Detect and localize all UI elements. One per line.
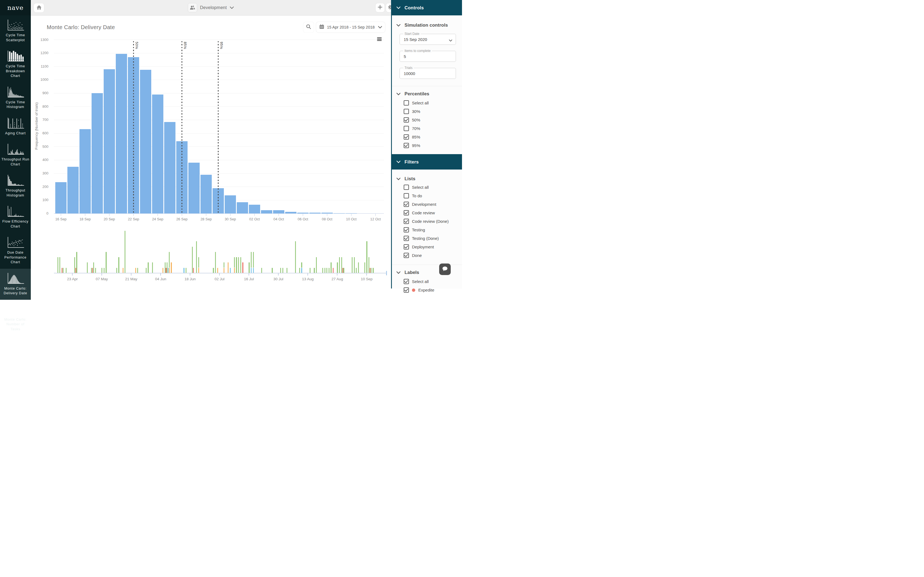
- simulation-controls-section-header[interactable]: Simulation controls: [392, 23, 462, 28]
- sidebar-item-throughput-run-chart[interactable]: Throughput Run Chart: [0, 140, 31, 171]
- brush-end-handle[interactable]: [386, 271, 387, 275]
- histogram-bar-23-sep[interactable]: [140, 70, 151, 213]
- checkbox-checked[interactable]: [404, 279, 409, 284]
- search-button[interactable]: [303, 22, 314, 32]
- histogram-bar-18-sep[interactable]: [79, 129, 91, 213]
- sidebar-item-cycle-time-histogram[interactable]: Cycle Time Histogram: [0, 82, 31, 113]
- expedite-option[interactable]: Expedite: [392, 286, 462, 288]
- controls-header[interactable]: Controls: [392, 0, 462, 15]
- checkbox[interactable]: [404, 126, 409, 131]
- histogram-bar-30-sep[interactable]: [225, 195, 236, 213]
- x-axis-tick: [61, 214, 61, 216]
- select-all-option[interactable]: Select all: [392, 98, 462, 107]
- percentile-line-95: [218, 41, 219, 213]
- filters-header[interactable]: Filters: [392, 154, 462, 169]
- checkbox-checked[interactable]: [404, 227, 409, 232]
- checkbox[interactable]: [404, 193, 409, 198]
- labels-section-header[interactable]: Labels: [392, 270, 462, 275]
- checkbox-checked[interactable]: [404, 117, 409, 122]
- histogram-bar-25-sep[interactable]: [164, 122, 176, 213]
- chat-bubble-icon: [442, 266, 448, 273]
- 95-option[interactable]: 95%: [392, 141, 462, 150]
- option-label: Testing: [412, 227, 425, 232]
- x-axis-tick: [254, 214, 255, 216]
- option-label: Deployment: [412, 245, 434, 249]
- gridline: [54, 133, 384, 134]
- histogram-bar-28-sep[interactable]: [200, 175, 212, 213]
- checkbox-checked[interactable]: [404, 219, 409, 224]
- histogram-bar-16-sep[interactable]: [55, 182, 66, 213]
- checkbox-checked[interactable]: [404, 287, 409, 288]
- start-date-field[interactable]: Start Date15 Sep 2020: [400, 34, 456, 45]
- sidebar-item-throughput-histogram[interactable]: Throughput Histogram: [0, 171, 31, 201]
- deployment-option[interactable]: Deployment: [392, 243, 462, 251]
- brush-tick: [366, 273, 367, 276]
- histogram-bar-19-sep[interactable]: [92, 93, 103, 213]
- checkbox-checked[interactable]: [404, 244, 409, 250]
- histogram-bar-20-sep[interactable]: [104, 69, 115, 213]
- items-to-complete-field[interactable]: Items to complete5: [400, 51, 456, 62]
- sidebar-item-cycle-time-breakdown-chart[interactable]: Cycle Time Breakdown Chart: [0, 47, 31, 82]
- histogram-bar-17-sep[interactable]: [67, 167, 79, 213]
- histogram-bar-01-oct[interactable]: [237, 202, 248, 213]
- checkbox[interactable]: [404, 100, 409, 105]
- done-option[interactable]: Done: [392, 251, 462, 259]
- checkbox-checked[interactable]: [404, 201, 409, 207]
- histogram-bar-24-sep[interactable]: [152, 95, 163, 213]
- testing-done-option[interactable]: Testing (Done): [392, 234, 462, 243]
- field-label: Start Date: [403, 32, 421, 36]
- add-button[interactable]: [376, 3, 384, 12]
- select-all-option[interactable]: Select all: [392, 183, 462, 192]
- percentiles-section-header[interactable]: Percentiles: [392, 91, 462, 97]
- sidebar-item-due-date-performance-chart[interactable]: Due Date Performance Chart: [0, 233, 31, 269]
- chart-menu-icon[interactable]: [377, 37, 382, 41]
- histogram-bar-04-oct[interactable]: [273, 210, 284, 213]
- development-option[interactable]: Development: [392, 200, 462, 208]
- checkbox[interactable]: [404, 109, 409, 114]
- percentile-line-50: [133, 41, 134, 213]
- code-review-option[interactable]: Code review: [392, 208, 462, 217]
- date-range-picker[interactable]: 15 Apr 2018 - 15 Sep 2018: [316, 22, 385, 32]
- sidebar-item-cycle-time-scatterplot[interactable]: Cycle Time Scatterplot: [0, 15, 31, 47]
- checkbox-checked[interactable]: [404, 210, 409, 215]
- nave-logo[interactable]: nave: [0, 0, 31, 15]
- histogram-bar-03-oct[interactable]: [261, 210, 272, 213]
- 50-option[interactable]: 50%: [392, 116, 462, 124]
- checkbox-checked[interactable]: [404, 134, 409, 140]
- testing-option[interactable]: Testing: [392, 226, 462, 234]
- histogram-bar-06-oct[interactable]: [297, 213, 309, 213]
- sidebar-item-flow-efficiency-chart[interactable]: Flow Efficiency Chart: [0, 201, 31, 233]
- sidebar-item-label: Flow Efficiency Chart: [1, 219, 30, 229]
- histogram-bar-07-oct[interactable]: [309, 213, 321, 213]
- 30-option[interactable]: 30%: [392, 107, 462, 116]
- checkbox-checked[interactable]: [404, 253, 409, 258]
- brush-bar: [102, 268, 102, 273]
- histogram-bar-21-sep[interactable]: [116, 54, 127, 213]
- histogram-bar-08-oct[interactable]: [321, 213, 333, 213]
- sidebar-item-aging-chart[interactable]: Aging Chart: [0, 113, 31, 140]
- brush-bar: [339, 257, 340, 273]
- select-all-option[interactable]: Select all: [392, 277, 462, 286]
- checkbox-checked[interactable]: [404, 143, 409, 148]
- trials-field[interactable]: Trials10000: [400, 68, 456, 79]
- histogram-bar-27-sep[interactable]: [188, 163, 200, 213]
- sidebar-item-monte-carlo-delivery-date[interactable]: Monte Carlo: Delivery Date: [0, 269, 31, 289]
- lists-section-header[interactable]: Lists: [392, 176, 462, 181]
- to-do-option[interactable]: To do: [392, 192, 462, 200]
- code-review-done-option[interactable]: Code review (Done): [392, 217, 462, 226]
- 85-option[interactable]: 85%: [392, 133, 462, 141]
- brush-bar: [371, 268, 372, 273]
- sidebar-chart-list: Cycle Time ScatterplotCycle Time Breakdo…: [0, 15, 31, 288]
- histogram-bar-05-oct[interactable]: [285, 212, 296, 213]
- checkbox-checked[interactable]: [404, 236, 409, 241]
- brush-bar: [341, 257, 342, 273]
- 70-option[interactable]: 70%: [392, 124, 462, 133]
- x-axis-tick-label: 04 Oct: [269, 217, 289, 221]
- brush-bar: [168, 268, 169, 273]
- board-selector[interactable]: Development: [31, 0, 391, 15]
- option-label: Done: [412, 253, 422, 258]
- brush-bar: [92, 268, 93, 273]
- histogram-bar-02-oct[interactable]: [249, 205, 260, 213]
- checkbox[interactable]: [404, 185, 409, 190]
- chat-button[interactable]: [439, 263, 451, 275]
